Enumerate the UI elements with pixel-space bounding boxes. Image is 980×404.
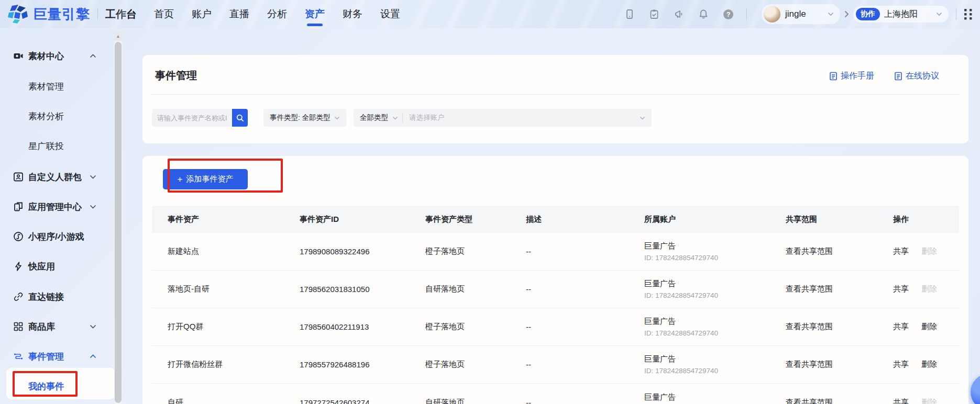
chevron-down-icon bbox=[90, 205, 96, 209]
share-action[interactable]: 共享 bbox=[893, 246, 909, 256]
view-share-scope-link[interactable]: 查看共享范围 bbox=[786, 284, 893, 294]
cell-actions: 共享 删除 bbox=[893, 322, 959, 332]
bell-icon[interactable] bbox=[698, 9, 709, 19]
table-row: 新建站点 1798908089322496 橙子落地页 -- 巨量广告 ID: … bbox=[152, 233, 959, 271]
search-input[interactable] bbox=[152, 109, 232, 127]
sidebar-item-direct-link[interactable]: 直达链接 bbox=[0, 286, 114, 307]
megaphone-icon[interactable] bbox=[674, 9, 684, 19]
account-type-value: 全部类型 bbox=[360, 113, 388, 122]
cell-asset-type: 橙子落地页 bbox=[425, 360, 526, 369]
sidebar-item-xingguang[interactable]: 星广联投 bbox=[0, 136, 114, 156]
table-row: 落地页-自研 1798562031831050 自研落地页 -- 巨量广告 ID… bbox=[152, 271, 959, 308]
divider bbox=[151, 94, 960, 95]
chevron-up-icon bbox=[90, 354, 96, 358]
event-asset-table: 事件资产 事件资产ID 事件资产类型 描述 所属账户 共享范围 操作 新建站点 … bbox=[152, 206, 959, 404]
nav-analysis[interactable]: 分析 bbox=[258, 0, 296, 28]
view-share-scope-link[interactable]: 查看共享范围 bbox=[786, 322, 893, 332]
nav-home[interactable]: 首页 bbox=[145, 0, 183, 28]
sidebar-item-material-management[interactable]: 素材管理 bbox=[0, 76, 114, 97]
nav-finance[interactable]: 财务 bbox=[334, 0, 371, 28]
sidebar-item-product-library[interactable]: 商品库 bbox=[0, 316, 114, 337]
share-action[interactable]: 共享 bbox=[893, 284, 909, 294]
delete-action: 删除 bbox=[921, 284, 937, 294]
table-row: 打开QQ群 1798560402211913 橙子落地页 -- 巨量广告 ID:… bbox=[152, 308, 959, 346]
account-name: 巨量广告 bbox=[644, 279, 786, 289]
sidebar-item-app-management[interactable]: 应用管理中心 bbox=[0, 196, 114, 217]
topbar-divider bbox=[746, 8, 747, 20]
scrollbar-thumb[interactable] bbox=[115, 42, 122, 403]
search-button[interactable] bbox=[232, 109, 248, 127]
mobile-icon[interactable] bbox=[624, 9, 635, 19]
user-name: jingle bbox=[785, 9, 828, 19]
document-icon bbox=[829, 72, 838, 81]
account-filter[interactable]: 全部类型 请选择账户 bbox=[354, 109, 652, 127]
cell-asset-id: 1798562031831050 bbox=[300, 285, 425, 294]
delete-action[interactable]: 删除 bbox=[921, 322, 937, 332]
sidebar-scrollbar[interactable]: ▲ bbox=[114, 31, 122, 404]
sidebar-item-custom-audience[interactable]: 自定义人群包 bbox=[0, 166, 114, 187]
table-row: 自研 1797272542603274 自研落地页 -- 巨量广告 ID: 17… bbox=[152, 384, 959, 404]
cell-asset-type: 自研落地页 bbox=[425, 284, 526, 294]
clipboard-check-icon[interactable] bbox=[649, 9, 659, 19]
delete-action[interactable]: 删除 bbox=[921, 360, 937, 369]
logo[interactable]: 巨量引擎 bbox=[8, 5, 90, 24]
cell-actions: 共享 删除 bbox=[893, 284, 959, 294]
column-header: 操作 bbox=[893, 215, 959, 225]
sidebar-item-material-center[interactable]: 素材中心 bbox=[0, 46, 114, 66]
cell-actions: 共享 删除 bbox=[893, 398, 959, 404]
sidebar: 素材中心 素材管理 素材分析 星广联投 自定义人群包 应用管理中心 bbox=[0, 28, 124, 404]
sidebar-item-label: 自定义人群包 bbox=[28, 171, 82, 183]
add-event-asset-button[interactable]: + 添加事件资产 bbox=[163, 169, 248, 189]
cell-account: 巨量广告 ID: 1782428854729740 bbox=[644, 279, 786, 299]
cell-actions: 共享 删除 bbox=[893, 246, 959, 256]
account-select-placeholder: 请选择账户 bbox=[403, 113, 640, 122]
org-selector[interactable]: 协作 上海抱阳 bbox=[853, 6, 949, 23]
agreement-link[interactable]: 在线协议 bbox=[894, 71, 939, 82]
sidebar-item-quickapp[interactable]: 快应用 bbox=[0, 256, 114, 277]
agreement-link-label: 在线协议 bbox=[906, 71, 939, 82]
chevron-down-icon bbox=[392, 116, 398, 120]
sidebar-item-material-analysis[interactable]: 素材分析 bbox=[0, 106, 114, 127]
avatar bbox=[764, 6, 780, 23]
account-id: ID: 1782428854729740 bbox=[644, 291, 786, 299]
sidebar-item-label: 应用管理中心 bbox=[28, 201, 82, 213]
nav-account[interactable]: 账户 bbox=[183, 0, 221, 28]
route-icon bbox=[13, 351, 24, 362]
sidebar-item-label: 商品库 bbox=[28, 321, 55, 333]
nav-assets[interactable]: 资产 bbox=[296, 0, 334, 28]
account-id: ID: 1782428854729740 bbox=[644, 367, 786, 375]
user-menu[interactable]: jingle bbox=[762, 4, 840, 24]
lightning-icon bbox=[13, 261, 24, 272]
manual-link[interactable]: 操作手册 bbox=[829, 71, 874, 82]
share-action[interactable]: 共享 bbox=[893, 398, 909, 404]
cell-account: 巨量广告 ID: 1782428854729740 bbox=[644, 392, 786, 404]
cell-asset-name: 打开微信粉丝群 bbox=[152, 360, 300, 369]
account-name: 巨量广告 bbox=[644, 241, 786, 251]
help-icon[interactable]: ? bbox=[723, 9, 734, 20]
cell-description: -- bbox=[526, 285, 644, 294]
sidebar-item-my-events[interactable]: 我的事件 bbox=[0, 376, 114, 397]
manual-link-label: 操作手册 bbox=[841, 71, 874, 82]
scrollbar-up-arrow[interactable]: ▲ bbox=[114, 31, 122, 41]
sidebar-item-miniprogram[interactable]: 小程序/小游戏 bbox=[0, 226, 114, 247]
chevron-right-icon[interactable] bbox=[844, 10, 849, 18]
view-share-scope-link[interactable]: 查看共享范围 bbox=[786, 398, 893, 404]
view-share-scope-link[interactable]: 查看共享范围 bbox=[786, 360, 893, 369]
share-action[interactable]: 共享 bbox=[893, 322, 909, 332]
topbar: 巨量引擎 工作台 首页 账户 直播 分析 资产 财务 设置 bbox=[0, 0, 980, 28]
event-type-filter-value: 事件类型: 全部类型 bbox=[270, 113, 331, 122]
cell-asset-name: 自研 bbox=[152, 398, 300, 404]
share-action[interactable]: 共享 bbox=[893, 360, 909, 369]
sidebar-item-event-management[interactable]: 事件管理 bbox=[0, 346, 114, 367]
cell-asset-type: 橙子落地页 bbox=[425, 246, 526, 256]
apps-grid-icon[interactable] bbox=[964, 8, 973, 20]
nav-live[interactable]: 直播 bbox=[221, 0, 258, 28]
account-type-select[interactable]: 全部类型 bbox=[354, 113, 402, 122]
nav-settings[interactable]: 设置 bbox=[371, 0, 409, 28]
column-header: 事件资产ID bbox=[300, 215, 425, 225]
event-type-filter[interactable]: 事件类型: 全部类型 bbox=[263, 109, 346, 127]
view-share-scope-link[interactable]: 查看共享范围 bbox=[786, 246, 893, 256]
column-header: 所属账户 bbox=[644, 215, 786, 225]
workspace-link[interactable]: 工作台 bbox=[105, 7, 137, 21]
chevron-down-icon bbox=[828, 12, 834, 16]
